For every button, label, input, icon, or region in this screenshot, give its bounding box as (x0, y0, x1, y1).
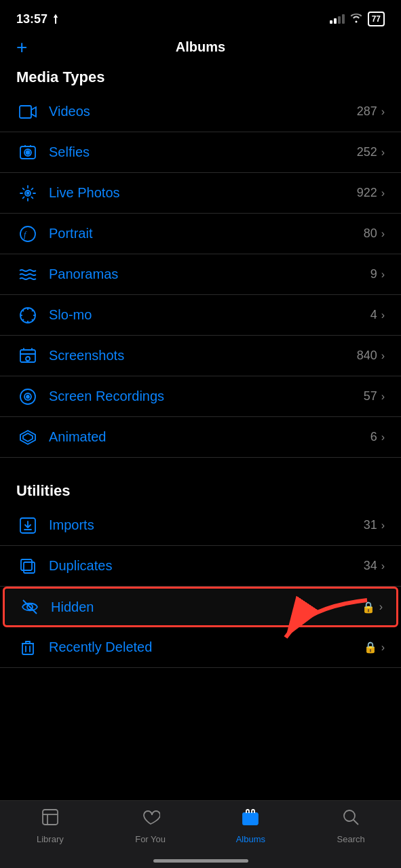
panoramas-right: 9 › (370, 267, 385, 281)
signal-bar-3 (338, 16, 341, 24)
svg-line-17 (22, 319, 24, 321)
list-item-slomo[interactable]: Slo-mo 4 › (0, 295, 401, 336)
tab-search[interactable]: Search (324, 808, 378, 844)
duplicates-label: Duplicates (49, 558, 364, 574)
svg-rect-2 (20, 106, 31, 118)
list-item-videos[interactable]: Videos 287 › (0, 92, 401, 132)
chevron-icon: › (381, 146, 385, 159)
chevron-icon: › (381, 519, 385, 532)
duplicates-icon (16, 557, 39, 575)
svg-point-23 (26, 395, 29, 398)
slomo-right: 4 › (370, 308, 385, 322)
list-item-live-photos[interactable]: Live Photos 922 › (0, 173, 401, 214)
chevron-icon: › (381, 309, 385, 321)
svg-rect-33 (43, 810, 58, 825)
chevron-icon: › (381, 228, 385, 240)
live-photos-icon (16, 184, 39, 202)
chevron-icon: › (381, 350, 385, 362)
for-you-icon (141, 808, 160, 831)
selfies-right: 252 › (357, 145, 385, 159)
svg-line-16 (32, 319, 33, 321)
animated-label: Animated (49, 429, 370, 445)
list-item-panoramas[interactable]: Panoramas 9 › (0, 254, 401, 295)
signal-bar-4 (342, 14, 345, 24)
list-item-portrait[interactable]: f Portrait 80 › (0, 214, 401, 254)
list-item-imports[interactable]: Imports 31 › (0, 505, 401, 546)
chevron-icon: › (381, 269, 385, 281)
status-time: 13:57 (16, 12, 60, 26)
live-photos-label: Live Photos (49, 185, 357, 201)
svg-marker-25 (23, 433, 33, 441)
battery-level: 77 (372, 14, 381, 24)
imports-icon (16, 517, 39, 534)
chevron-icon: › (381, 642, 385, 654)
list-item-selfies[interactable]: Selfies 252 › (0, 132, 401, 173)
portrait-right: 80 › (364, 226, 385, 241)
utilities-header: Utilities (0, 477, 401, 502)
portrait-icon: f (16, 225, 39, 243)
location-icon (52, 14, 60, 24)
search-icon (341, 808, 360, 831)
list-item-screenshots[interactable]: Screenshots 840 › (0, 336, 401, 376)
screenshots-icon (16, 347, 39, 365)
slomo-icon (16, 307, 39, 324)
library-icon (41, 808, 60, 831)
tab-library[interactable]: Library (23, 808, 77, 844)
tab-bar: Library For You Albums Search (0, 800, 401, 868)
signal-bars (330, 14, 345, 24)
svg-point-8 (20, 226, 35, 241)
screen-recordings-count: 57 (364, 389, 377, 403)
albums-label: Albums (236, 834, 265, 844)
svg-point-7 (27, 192, 29, 194)
animated-count: 6 (370, 430, 377, 444)
media-types-header: Media Types (0, 63, 401, 89)
svg-marker-0 (54, 14, 58, 18)
utilities-list: Imports 31 › Duplicates 34 › Hidden (0, 505, 401, 668)
for-you-label: For You (135, 834, 166, 844)
svg-point-20 (26, 357, 30, 361)
svg-point-5 (26, 151, 30, 154)
list-item-screen-recordings[interactable]: Screen Recordings 57 › (0, 376, 401, 417)
svg-rect-34 (243, 813, 258, 825)
page-title: Albums (176, 39, 225, 55)
slomo-label: Slo-mo (49, 307, 370, 323)
svg-rect-32 (22, 644, 33, 654)
portrait-label: Portrait (49, 226, 364, 241)
duplicates-count: 34 (364, 559, 377, 573)
home-indicator (153, 859, 248, 863)
albums-icon (241, 808, 260, 831)
imports-count: 31 (364, 518, 377, 532)
screen-recordings-right: 57 › (364, 389, 385, 403)
screenshots-right: 840 › (357, 349, 385, 363)
battery-indicator: 77 (368, 12, 385, 26)
video-icon (16, 103, 39, 121)
library-label: Library (37, 834, 64, 844)
trash-icon (16, 639, 39, 656)
list-item-animated[interactable]: Animated 6 › (0, 417, 401, 458)
tab-albums[interactable]: Albums (223, 808, 278, 844)
chevron-icon: › (381, 106, 385, 118)
selfie-icon (16, 144, 39, 161)
portrait-count: 80 (364, 226, 377, 241)
screenshots-label: Screenshots (49, 348, 357, 363)
slomo-count: 4 (370, 308, 377, 322)
selfies-label: Selfies (49, 144, 357, 160)
imports-right: 31 › (364, 518, 385, 532)
status-icons: 77 (330, 12, 385, 26)
svg-rect-27 (24, 562, 35, 573)
hidden-icon (18, 598, 41, 616)
add-button[interactable]: + (16, 38, 27, 57)
videos-count: 287 (357, 104, 377, 119)
chevron-icon: › (381, 391, 385, 403)
chevron-icon: › (381, 560, 385, 572)
videos-label: Videos (49, 104, 357, 119)
page-header: + Albums (0, 34, 401, 63)
red-arrow (265, 593, 374, 648)
tab-for-you[interactable]: For You (123, 808, 178, 844)
chevron-icon: › (381, 187, 385, 199)
list-item-duplicates[interactable]: Duplicates 34 › (0, 546, 401, 587)
live-photos-count: 922 (357, 186, 377, 200)
animated-right: 6 › (370, 430, 385, 444)
screenshots-count: 840 (357, 349, 377, 363)
panoramas-count: 9 (370, 267, 377, 281)
